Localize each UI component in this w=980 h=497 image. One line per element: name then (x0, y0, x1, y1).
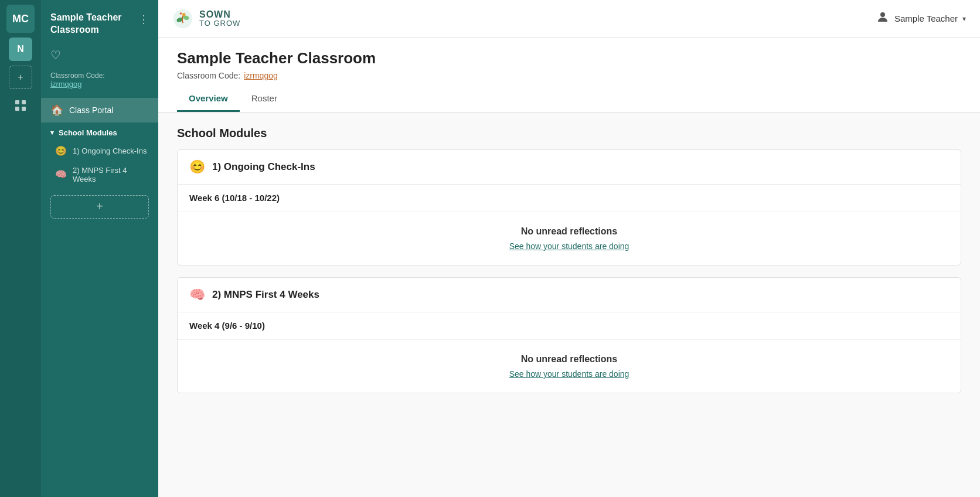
sidebar-header: Sample Teacher Classroom ⋮ (41, 7, 158, 46)
sidebar-ongoing-checkins-label: 1) Ongoing Check-Ins (73, 147, 147, 155)
section-title: School Modules (177, 127, 961, 140)
logo-text: SOWN TO GROW (199, 9, 240, 28)
sidebar-favorite-icon[interactable]: ♡ (41, 46, 158, 69)
smiley-icon: 😊 (55, 145, 67, 156)
sidebar-item-ongoing-checkins[interactable]: 😊 1) Ongoing Check-Ins (41, 141, 158, 161)
week-section-ongoing: Week 6 (10/18 - 10/22) (178, 185, 961, 212)
sidebar-school-modules-header[interactable]: ▾ School Modules (41, 122, 158, 141)
n-icon[interactable]: N (9, 38, 32, 61)
module-title-mnps: 2) MNPS First 4 Weeks (212, 289, 319, 301)
grid-icon[interactable] (9, 94, 32, 117)
week-label-ongoing: Week 6 (10/18 - 10/22) (189, 193, 280, 203)
brain-icon: 🧠 (55, 169, 67, 180)
user-menu[interactable]: Sample Teacher ▾ (876, 10, 966, 28)
module-smiley-icon: 😊 (189, 159, 205, 175)
sidebar-add-button[interactable]: + (50, 195, 149, 219)
svg-rect-1 (22, 100, 26, 104)
main-area: SOWN TO GROW Sample Teacher ▾ Sample Tea… (158, 0, 980, 497)
see-how-link-ongoing[interactable]: See how your students are doing (189, 241, 949, 251)
logo-area: SOWN TO GROW (172, 8, 240, 29)
add-icon-bar-button[interactable]: + (9, 66, 32, 89)
module-brain-icon: 🧠 (189, 287, 205, 302)
page-code-value[interactable]: izrmqgog (244, 71, 278, 80)
sidebar-classroom-name: Sample Teacher Classroom (50, 12, 138, 36)
sidebar-class-portal-label: Class Portal (69, 105, 113, 115)
see-how-link-mnps[interactable]: See how your students are doing (189, 369, 949, 379)
sidebar-mnps-label: 2) MNPS First 4 Weeks (73, 166, 149, 183)
module-card-ongoing-checkins: 😊 1) Ongoing Check-Ins Week 6 (10/18 - 1… (177, 149, 961, 265)
page-title: Sample Teacher Classroom (177, 49, 961, 67)
module-title-ongoing: 1) Ongoing Check-Ins (212, 161, 315, 173)
tabs: Overview Roster (177, 87, 961, 112)
sidebar-code-section: Classroom Code: izrmqgog (41, 69, 158, 98)
svg-point-8 (180, 12, 182, 15)
content-body: School Modules 😊 1) Ongoing Check-Ins We… (158, 113, 980, 419)
sidebar-item-mnps-first-4[interactable]: 🧠 2) MNPS First 4 Weeks (41, 161, 158, 188)
user-name: Sample Teacher (894, 13, 958, 23)
no-reflections-text-mnps: No unread reflections (189, 354, 949, 365)
logo-icon (172, 8, 193, 29)
page-code-row: Classroom Code: izrmqgog (177, 71, 961, 80)
chevron-down-icon: ▾ (50, 129, 54, 137)
tab-roster[interactable]: Roster (240, 87, 289, 112)
sidebar-code-value[interactable]: izrmqgog (50, 80, 149, 88)
logo-togrow: TO GROW (199, 19, 240, 28)
logo-sown: SOWN (199, 9, 240, 20)
no-reflections-text-ongoing: No unread reflections (189, 226, 949, 237)
icon-bar: MC N + (0, 0, 41, 497)
sidebar: Sample Teacher Classroom ⋮ ♡ Classroom C… (41, 0, 158, 497)
sidebar-item-class-portal[interactable]: 🏠 Class Portal (41, 98, 158, 122)
no-reflections-section-mnps: No unread reflections See how your stude… (178, 340, 961, 393)
module-header-mnps: 🧠 2) MNPS First 4 Weeks (178, 278, 961, 312)
module-card-mnps: 🧠 2) MNPS First 4 Weeks Week 4 (9/6 - 9/… (177, 277, 961, 393)
home-icon: 🏠 (50, 104, 63, 117)
page-content: Sample Teacher Classroom Classroom Code:… (158, 38, 980, 497)
week-label-mnps: Week 4 (9/6 - 9/10) (189, 321, 265, 331)
tab-overview[interactable]: Overview (177, 87, 240, 112)
top-header: SOWN TO GROW Sample Teacher ▾ (158, 0, 980, 38)
week-section-mnps: Week 4 (9/6 - 9/10) (178, 312, 961, 340)
svg-rect-0 (15, 100, 19, 104)
user-avatar-icon (876, 10, 890, 28)
svg-point-7 (182, 13, 185, 16)
page-code-label: Classroom Code: (177, 71, 240, 80)
svg-point-9 (880, 12, 885, 17)
svg-rect-3 (22, 107, 26, 111)
user-dropdown-chevron: ▾ (962, 15, 966, 23)
mc-avatar[interactable]: MC (6, 5, 35, 33)
sidebar-menu-icon[interactable]: ⋮ (138, 13, 149, 26)
no-reflections-section-ongoing: No unread reflections See how your stude… (178, 212, 961, 265)
svg-rect-2 (15, 107, 19, 111)
sidebar-code-label: Classroom Code: (50, 72, 149, 80)
module-header-ongoing: 😊 1) Ongoing Check-Ins (178, 150, 961, 185)
page-header: Sample Teacher Classroom Classroom Code:… (158, 38, 980, 113)
sidebar-school-modules-label: School Modules (59, 128, 117, 137)
